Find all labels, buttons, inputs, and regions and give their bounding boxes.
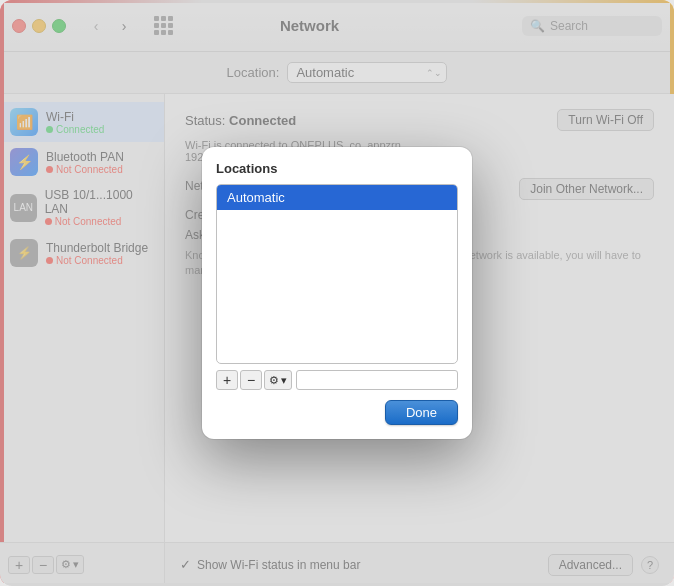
modal-title: Locations: [202, 147, 472, 184]
locations-modal: Locations Automatic + − ⚙ ▾ Done: [202, 147, 472, 439]
locations-list[interactable]: Automatic: [216, 184, 458, 364]
modal-toolbar-spacer: [296, 370, 458, 390]
gear-icon: ⚙: [269, 374, 279, 387]
modal-gear-button[interactable]: ⚙ ▾: [264, 370, 292, 390]
modal-toolbar: + − ⚙ ▾: [216, 370, 458, 390]
done-button[interactable]: Done: [385, 400, 458, 425]
chevron-down-icon: ▾: [281, 374, 287, 387]
modal-add-button[interactable]: +: [216, 370, 238, 390]
main-window: ‹ › Network 🔍 Location: Automatic 📶: [0, 0, 674, 586]
location-item-automatic[interactable]: Automatic: [217, 185, 457, 210]
modal-done-row: Done: [202, 390, 472, 425]
modal-remove-button[interactable]: −: [240, 370, 262, 390]
